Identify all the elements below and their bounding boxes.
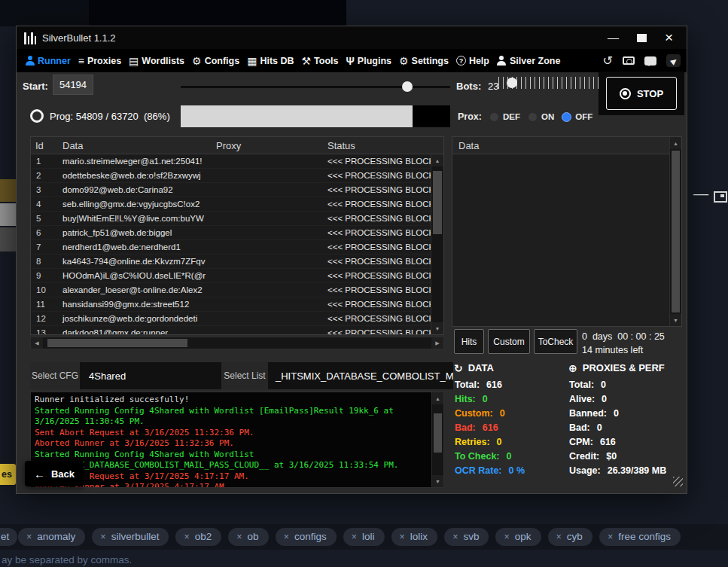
select-cfg-button[interactable]: Select CFG — [30, 362, 80, 389]
table-header: Id Data Proxy Status — [31, 137, 443, 154]
tag-chip[interactable]: ×loli — [343, 528, 385, 546]
perf-stats-title: PROXIES & PERF — [583, 362, 665, 373]
tab-tocheck[interactable]: ToCheck — [534, 329, 577, 354]
scrollbar-thumb[interactable] — [47, 339, 187, 347]
panel-vertical-scrollbar[interactable]: ▲ ▼ — [669, 137, 681, 326]
tab-custom[interactable]: Custom — [488, 329, 530, 354]
stat-label: Alive: — [569, 394, 595, 404]
nav-item-settings[interactable]: ⚙Settings — [395, 49, 452, 72]
remove-tag-icon: × — [400, 532, 405, 542]
nav-item-wordlists[interactable]: ▤Wordlists — [125, 49, 188, 72]
prox-option-def[interactable]: DEF — [489, 112, 520, 122]
table-row[interactable]: 8ka4643-794@online.de:Kkvzm7ZFqv<<< PROC… — [31, 255, 431, 269]
partial-left-button[interactable]: es — [0, 464, 16, 485]
maximize-button[interactable] — [637, 34, 647, 42]
nav-item-plugins[interactable]: ΨPlugins — [343, 49, 395, 72]
stats-section: ↻ DATA Total:616Hits:0Custom:0Bad:616Ret… — [452, 360, 682, 489]
table-horizontal-scrollbar[interactable]: ◀ ▶ — [30, 337, 444, 349]
nav-item-help[interactable]: ?Help — [452, 49, 493, 72]
tag-chip[interactable]: ×free configs — [599, 528, 681, 546]
radio-dot — [489, 112, 499, 122]
chat-icon[interactable] — [644, 56, 656, 66]
table-row[interactable]: 9HOOdmA)iL@sC%IOU.dseLIE*R(@r<<< PROCESS… — [31, 269, 431, 283]
tag-chip[interactable]: ×lolix — [391, 528, 438, 546]
data-stats-header: ↻ DATA — [454, 362, 494, 373]
table-row[interactable]: 7nerdherd1@web.de:nerdherd1<<< PROCESSIN… — [31, 240, 431, 255]
scrollbar-thumb[interactable] — [672, 151, 680, 312]
select-list-button[interactable]: Select List — [221, 362, 268, 389]
table-row[interactable]: 3domo992@web.de:Carina92<<< PROCESSING B… — [31, 183, 431, 197]
table-row[interactable]: 5buy|WhitEmEl!L%Y@live.com:buYW<<< PROCE… — [31, 212, 431, 226]
log-vertical-scrollbar[interactable]: ▲ ▼ — [431, 392, 443, 487]
nav-item-runner[interactable]: Runner — [21, 49, 75, 72]
runner-log[interactable]: Runner initialized succesfully!Started R… — [30, 392, 444, 488]
send-icon[interactable]: ▶ — [666, 54, 681, 67]
column-header-id[interactable]: Id — [31, 140, 58, 151]
table-vertical-scrollbar[interactable]: ▲ ▼ — [431, 154, 443, 334]
table-row[interactable]: 4seb.elling@gmx.de:vgyjucgbsC!ox2<<< PRO… — [31, 197, 431, 212]
remove-tag-icon: × — [100, 532, 105, 542]
nav-item-tools[interactable]: ⚒Tools — [298, 49, 343, 72]
remove-tag-icon: × — [556, 532, 562, 542]
background-minimize-icon[interactable]: — — [693, 185, 708, 203]
column-header-proxy[interactable]: Proxy — [212, 140, 323, 151]
tag-chip[interactable]: ×ob2 — [175, 528, 221, 546]
tag-chip[interactable]: ×anomaly — [18, 528, 85, 546]
column-header-data[interactable]: Data — [58, 140, 212, 151]
remove-tag-icon: × — [452, 532, 458, 542]
prox-option-on[interactable]: ON — [528, 112, 554, 122]
bots-slider[interactable] — [498, 77, 604, 89]
tag-chip[interactable]: ×silverbullet — [92, 528, 169, 546]
tab-hits[interactable]: Hits — [454, 329, 484, 354]
stop-button[interactable]: STOP — [606, 77, 677, 110]
tag-chip[interactable]: ×ob — [228, 528, 268, 546]
tag-label: silverbullet — [111, 531, 160, 542]
scrollbar-thumb[interactable] — [434, 413, 442, 453]
minimize-button[interactable]: — — [608, 34, 619, 41]
history-icon[interactable]: ↺ — [603, 55, 613, 67]
cell-status: <<< PROCESSING BLOCK — [323, 214, 431, 223]
nav-item-hits-db[interactable]: ▦Hits DB — [243, 49, 297, 72]
table-row[interactable]: 6patrick_fp51@web.de:biggel<<< PROCESSIN… — [31, 226, 431, 240]
cell-data: domo992@web.de:Carina92 — [58, 185, 212, 194]
prox-option-off[interactable]: OFF — [562, 112, 592, 122]
radio-label: OFF — [575, 112, 592, 121]
bots-slider-thumb[interactable] — [507, 78, 517, 88]
scroll-right-icon[interactable]: ▶ — [431, 337, 443, 349]
table-row[interactable]: 10alexander_loeser@t-online.de:Alex2<<< … — [31, 283, 431, 297]
scroll-up-icon[interactable]: ▲ — [670, 137, 681, 149]
column-header-status[interactable]: Status — [323, 140, 431, 151]
nav-item-silver-zone[interactable]: Silver Zone — [493, 49, 564, 72]
scroll-left-icon[interactable]: ◀ — [31, 337, 43, 349]
tag-chip[interactable]: ×configs — [276, 528, 337, 546]
proxy-mode-row: Prox: DEFONOFF — [458, 111, 592, 122]
scroll-down-icon[interactable]: ▼ — [431, 322, 443, 334]
nav-item-configs[interactable]: ⚙Configs — [188, 49, 243, 72]
nav-item-proxies[interactable]: ≡Proxies — [75, 49, 125, 72]
stat-value: 616 — [483, 422, 498, 433]
table-row[interactable]: 1mario.streimelweger@a1.net:25041!<<< PR… — [31, 154, 431, 169]
scroll-down-icon[interactable]: ▼ — [432, 475, 443, 487]
tag-chip[interactable]: ×cyb — [548, 528, 592, 546]
close-button[interactable]: × — [665, 32, 673, 44]
tag-chip[interactable]: ×svb — [444, 528, 489, 546]
table-row[interactable]: 11hansidansi99@gmx.de:street512<<< PROCE… — [31, 297, 431, 312]
tag-label: svb — [463, 531, 479, 542]
back-button[interactable]: ← Back — [25, 461, 84, 486]
scrollbar-thumb[interactable] — [433, 171, 442, 234]
table-row[interactable]: 13darkdog81@gmx.de:runner<<< PROCESSING … — [31, 326, 431, 334]
table-row[interactable]: 2odettebeske@web.de:o!sf2Bzxwywj<<< PROC… — [31, 169, 431, 183]
start-slider-thumb[interactable] — [402, 81, 413, 92]
camera-icon[interactable] — [623, 56, 635, 65]
remove-tag-icon: × — [608, 532, 613, 542]
tag-chip[interactable]: ×opk — [495, 528, 541, 546]
scroll-up-icon[interactable]: ▲ — [432, 392, 443, 404]
resize-grip[interactable] — [673, 477, 683, 486]
scroll-up-icon[interactable]: ▲ — [431, 154, 443, 166]
scroll-down-icon[interactable]: ▼ — [670, 314, 681, 326]
table-row[interactable]: 12joschikunze@web.de:gordondedeti<<< PRO… — [31, 312, 431, 326]
start-input[interactable] — [53, 75, 93, 95]
popout-icon[interactable] — [714, 191, 727, 203]
stat-row: Banned:0 — [569, 408, 666, 419]
start-slider[interactable] — [181, 86, 450, 88]
